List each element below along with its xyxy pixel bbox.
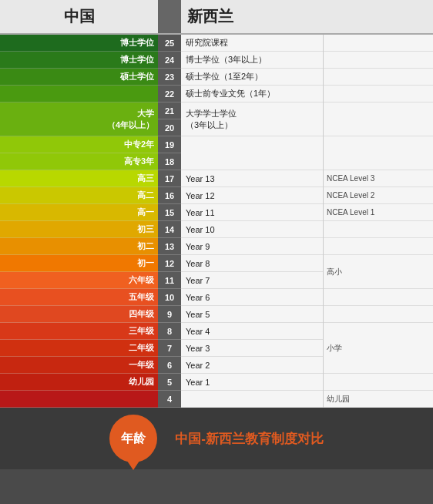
age-16: 16 — [158, 187, 181, 204]
age-9: 9 — [158, 306, 181, 323]
nz-row-4 — [181, 391, 323, 408]
age-label: 年龄 — [121, 431, 146, 447]
age-23: 23 — [158, 69, 181, 86]
ncea-17: NCEA Level 3 — [324, 170, 433, 187]
nz-row-15: Year 11 — [181, 204, 323, 221]
china-row-13: 初二 — [0, 238, 158, 255]
age-11: 11 — [158, 272, 181, 289]
ncea-5 — [324, 374, 433, 391]
age-7: 7 — [158, 340, 181, 357]
age-20: 20 — [158, 119, 181, 136]
nz-row-8: Year 4 — [181, 323, 323, 340]
age-5: 5 — [158, 374, 181, 391]
ncea-4: 幼儿园 — [324, 391, 433, 408]
age-17: 17 — [158, 170, 181, 187]
nz-row-1918 — [181, 136, 323, 170]
ncea-15: NCEA Level 1 — [324, 204, 433, 221]
china-row-14: 初三 — [0, 221, 158, 238]
nz-row-2120: 大学学士学位 （3年以上） — [181, 102, 323, 136]
nz-row-10: Year 6 — [181, 289, 323, 306]
ncea-9 — [324, 306, 433, 323]
age-24: 24 — [158, 52, 181, 69]
age-14: 14 — [158, 221, 181, 238]
age-4: 4 — [158, 391, 181, 408]
china-row-6: 一年级 — [0, 357, 158, 374]
age-8: 8 — [158, 323, 181, 340]
nz-row-9: Year 5 — [181, 306, 323, 323]
nz-row-23: 硕士学位（1至2年） — [181, 69, 323, 86]
china-row-19: 中专2年 — [0, 136, 158, 153]
china-row-24: 博士学位 — [0, 52, 158, 69]
china-row-11: 六年级 — [0, 272, 158, 289]
education-table: 博士学位 博士学位 硕士学位 大学 （4年以上） 中专2年 高专3年 高三 高二… — [0, 35, 433, 408]
nz-row-22: 硕士前专业文凭（1年） — [181, 86, 323, 102]
nz-row-17: Year 13 — [181, 170, 323, 187]
ncea-876: 小学 — [324, 323, 433, 374]
ncea-1211: 高小 — [324, 255, 433, 289]
ncea-22 — [324, 86, 433, 102]
age-19: 19 — [158, 136, 181, 153]
footer-title: 中国-新西兰教育制度对比 — [175, 430, 324, 448]
ncea-10 — [324, 289, 433, 306]
china-row-2120: 大学 （4年以上） — [0, 102, 158, 136]
china-row-12: 初一 — [0, 255, 158, 272]
nz-row-7: Year 3 — [181, 340, 323, 357]
china-column: 博士学位 博士学位 硕士学位 大学 （4年以上） 中专2年 高专3年 高三 高二… — [0, 35, 158, 408]
age-10: 10 — [158, 289, 181, 306]
ncea-25 — [324, 35, 433, 52]
header-china: 中国 — [0, 0, 158, 33]
ncea-13 — [324, 238, 433, 255]
nz-column: 研究院课程 博士学位（3年以上） 硕士学位（1至2年） 硕士前专业文凭（1年） … — [181, 35, 324, 408]
age-12: 12 — [158, 255, 181, 272]
footer-section: 年龄 中国-新西兰教育制度对比 — [0, 408, 433, 469]
nz-row-14: Year 10 — [181, 221, 323, 238]
nz-row-12: Year 8 — [181, 255, 323, 272]
age-21: 21 — [158, 102, 181, 119]
china-row-16: 高二 — [0, 187, 158, 204]
main-container: 中国 新西兰 博士学位 博士学位 硕士学位 大学 （4年以上） 中专2年 高专3… — [0, 0, 433, 504]
nz-row-11: Year 7 — [181, 272, 323, 289]
china-row-18: 高专3年 — [0, 153, 158, 170]
china-row-25: 博士学位 — [0, 35, 158, 52]
china-row-4 — [0, 391, 158, 408]
age-18: 18 — [158, 153, 181, 170]
nz-row-16: Year 12 — [181, 187, 323, 204]
nz-row-5: Year 1 — [181, 374, 323, 391]
age-circle-container: 年龄 — [109, 415, 157, 462]
china-row-15: 高一 — [0, 204, 158, 221]
ncea-column: NCEA Level 3 NCEA Level 2 NCEA Level 1 高… — [324, 35, 433, 408]
china-row-7: 二年级 — [0, 340, 158, 357]
china-row-17: 高三 — [0, 170, 158, 187]
nz-row-6: Year 2 — [181, 357, 323, 374]
age-column: 25 24 23 22 21 20 19 18 17 16 15 14 13 1… — [158, 35, 181, 408]
age-circle: 年龄 — [109, 415, 157, 462]
nz-row-24: 博士学位（3年以上） — [181, 52, 323, 69]
age-15: 15 — [158, 204, 181, 221]
ncea-16: NCEA Level 2 — [324, 187, 433, 204]
age-25: 25 — [158, 35, 181, 52]
ncea-1918 — [324, 136, 433, 170]
china-row-10: 五年级 — [0, 289, 158, 306]
ncea-2120 — [324, 102, 433, 136]
age-6: 6 — [158, 357, 181, 374]
china-row-9: 四年级 — [0, 306, 158, 323]
nz-row-13: Year 9 — [181, 238, 323, 255]
ncea-14 — [324, 221, 433, 238]
header-nz: 新西兰 — [181, 0, 433, 33]
ncea-23 — [324, 69, 433, 86]
china-row-8: 三年级 — [0, 323, 158, 340]
age-13: 13 — [158, 238, 181, 255]
china-row-5: 幼儿园 — [0, 374, 158, 391]
china-row-23: 硕士学位 — [0, 69, 158, 86]
china-row-22 — [0, 86, 158, 102]
nz-row-25: 研究院课程 — [181, 35, 323, 52]
age-22: 22 — [158, 86, 181, 102]
ncea-24 — [324, 52, 433, 69]
